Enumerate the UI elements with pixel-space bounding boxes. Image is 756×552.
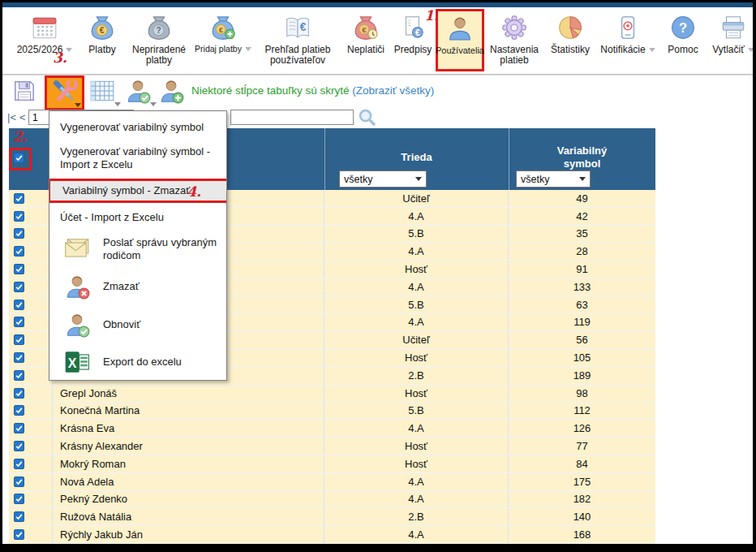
nav-item-label: Nepriradené platby xyxy=(126,45,192,67)
save-icon xyxy=(11,77,38,108)
menu-item-obnovi-[interactable]: Obnoviť xyxy=(49,305,226,344)
cell-name: Krásny Alexander xyxy=(53,438,324,455)
trieda-filter-select[interactable]: všetky xyxy=(339,170,427,188)
menu-item--et-import-z-excelu[interactable]: Účet - Import z Excelu xyxy=(49,205,226,231)
column-header-variabilny-symbol: Variabilný symbol xyxy=(509,144,655,170)
menu-item-vygenerova-variabiln-symbol-import-z-exc[interactable]: Vygenerovať variabilný symbol - Import z… xyxy=(49,140,226,177)
row-checkbox[interactable] xyxy=(14,441,24,451)
cell-variabilny-symbol: 77 xyxy=(509,438,655,455)
row-checkbox[interactable] xyxy=(14,423,24,433)
search-icon[interactable] xyxy=(357,107,378,128)
menu-item-posla-spr-vu-vybran-m-rodi-om[interactable]: Poslať správu vybraným rodičom xyxy=(49,231,226,268)
pagination-prev[interactable]: < xyxy=(19,111,26,123)
row-checkbox[interactable] xyxy=(14,264,24,274)
nav-item-label: Neplatiči xyxy=(347,45,384,55)
show-all-columns-link[interactable]: (Zobraziť všetky) xyxy=(352,84,434,97)
nav-item-label: Pridaj platby xyxy=(195,45,251,54)
user-restore-icon xyxy=(62,311,92,339)
nav-item-2025-2026[interactable]: 2025/2026 xyxy=(11,9,79,69)
menu-item-variabiln-symbol-zmaza-[interactable]: Variabilný symbol - Zmazať4. xyxy=(49,179,227,203)
nav-item-pridaj-platby[interactable]: €Pridaj platby xyxy=(192,9,254,69)
cell-trieda: Hosť xyxy=(324,438,509,455)
select-all-checkbox[interactable] xyxy=(14,153,24,163)
cell-trieda: Učiteľ xyxy=(324,190,509,207)
cell-name: Rýchly Jakub Ján xyxy=(53,526,324,543)
app-window: 2025/2026€Platby?Nepriradené platby€Prid… xyxy=(0,0,756,552)
table-row: Pekný Zdenko4.A182 xyxy=(9,491,655,509)
cell-trieda: Hosť xyxy=(324,455,509,472)
row-checkbox[interactable] xyxy=(14,193,24,204)
table-row: Krásna Eva4.A126 xyxy=(9,420,655,438)
chevron-down-icon xyxy=(579,177,586,181)
nav-item-pou-vatelia[interactable]: Používatelia1. xyxy=(436,9,484,71)
nav-item-nepriraden-platby[interactable]: ?Nepriradené platby xyxy=(126,9,192,69)
print-icon xyxy=(719,14,748,41)
row-checkbox[interactable] xyxy=(14,511,24,522)
row-checkbox[interactable] xyxy=(14,228,24,239)
row-checkbox[interactable] xyxy=(14,477,24,487)
row-checkbox[interactable] xyxy=(14,300,24,310)
nav-item-preh-ad-platieb-pou-vate-ov[interactable]: €Prehľad platieb používateľov xyxy=(254,9,341,69)
cell-name: Pekný Zdenko xyxy=(53,491,324,508)
nav-item-pomoc[interactable]: ?Pomoc xyxy=(659,9,707,69)
notifications-icon xyxy=(613,14,642,41)
svg-text:€: € xyxy=(415,28,420,37)
row-checkbox[interactable] xyxy=(14,405,24,416)
row-checkbox[interactable] xyxy=(14,317,24,327)
users-icon xyxy=(445,15,475,42)
menu-item-export-do-excelu[interactable]: XExport do excelu xyxy=(49,344,226,380)
user-add-icon xyxy=(157,77,185,108)
add-payments-icon: € xyxy=(208,14,238,41)
pagination-first[interactable]: |< xyxy=(7,111,16,123)
row-checkbox[interactable] xyxy=(14,494,24,504)
user-add-button[interactable] xyxy=(156,77,187,108)
cell-variabilny-symbol: 28 xyxy=(509,243,655,260)
nav-item-label: Nastavenia platieb xyxy=(484,45,544,67)
cell-variabilny-symbol: 119 xyxy=(509,314,655,331)
nav-item-neplati-i[interactable]: €Neplatiči xyxy=(341,9,390,69)
nav-item-vytla-i-[interactable]: Vytlačiť xyxy=(707,9,756,69)
nav-item-label: Platby xyxy=(88,45,115,55)
row-checkbox[interactable] xyxy=(14,246,24,257)
save-button[interactable] xyxy=(9,77,40,108)
search-input[interactable] xyxy=(230,110,354,125)
cell-trieda: 4.A xyxy=(324,278,509,295)
payments-bag-icon: € xyxy=(88,14,117,41)
row-checkbox[interactable] xyxy=(14,334,24,345)
nav-item-label: Pomoc xyxy=(668,45,698,55)
menu-item-vygenerova-variabiln-symbol[interactable]: Vygenerovať variabilný symbol xyxy=(49,115,226,140)
envelope-icon xyxy=(62,235,92,263)
cell-name: Grepl Jonáš xyxy=(53,385,324,402)
row-checkbox[interactable] xyxy=(14,282,24,292)
nav-item-predpisy[interactable]: €Predpisy xyxy=(390,9,436,69)
nav-item--tatistiky[interactable]: Štatistiky xyxy=(544,9,596,69)
svg-text:?: ? xyxy=(679,20,687,35)
nav-item-nastavenia-platieb[interactable]: Nastavenia platieb xyxy=(484,9,544,69)
svg-text:€: € xyxy=(362,25,367,34)
cell-trieda: 2.B xyxy=(324,508,509,525)
cell-variabilny-symbol: 133 xyxy=(509,278,655,295)
nav-item-notifik-cie[interactable]: Notifikácie xyxy=(596,9,659,69)
chevron-down-icon xyxy=(245,47,251,51)
row-checkbox[interactable] xyxy=(14,352,24,363)
cell-trieda: 4.A xyxy=(324,243,509,260)
row-checkbox[interactable] xyxy=(14,370,24,381)
cell-trieda: Hosť xyxy=(324,349,509,366)
nav-item-platby[interactable]: €Platby xyxy=(79,9,126,69)
cell-trieda: Hosť xyxy=(324,385,509,402)
nav-item-label: Predpisy xyxy=(394,45,432,55)
row-checkbox[interactable] xyxy=(14,388,24,399)
cell-variabilny-symbol: 105 xyxy=(509,349,655,366)
tools-button[interactable] xyxy=(45,75,84,110)
cell-trieda: 2.B xyxy=(324,367,509,384)
row-checkbox[interactable] xyxy=(14,529,24,540)
variabilny-symbol-filter-select[interactable]: všetky xyxy=(516,170,591,188)
cell-name: Krásna Eva xyxy=(53,420,324,437)
row-checkbox[interactable] xyxy=(14,459,24,469)
menu-item-zmaza-[interactable]: Zmazať xyxy=(49,268,226,305)
columns-button[interactable] xyxy=(87,77,118,108)
row-checkbox[interactable] xyxy=(14,211,24,222)
user-confirm-button[interactable] xyxy=(122,77,153,108)
chevron-down-icon xyxy=(66,48,72,52)
cell-variabilny-symbol: 112 xyxy=(509,403,655,420)
